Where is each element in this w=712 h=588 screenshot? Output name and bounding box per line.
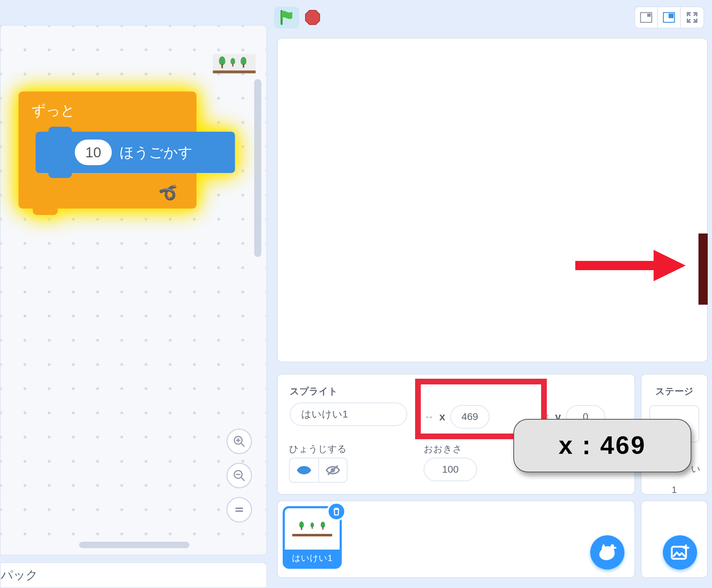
fullscreen-icon <box>686 12 698 23</box>
size-input[interactable]: 100 <box>424 458 477 481</box>
sprite-name-input[interactable]: はいけい1 <box>290 403 407 426</box>
x-arrows-icon: ↔ <box>424 411 434 423</box>
eye-closed-icon <box>326 465 340 476</box>
zoom-in-button[interactable] <box>226 429 252 454</box>
stage-section-label: ステージ <box>655 385 693 398</box>
size-section-label: おおきさ <box>424 443 462 455</box>
move-steps-label: ほうごかす <box>120 143 193 162</box>
stage-list-panel <box>641 500 708 578</box>
delete-sprite-button[interactable] <box>327 502 346 521</box>
add-sprite-button[interactable] <box>590 535 624 569</box>
backpack-header[interactable]: パック <box>0 562 267 588</box>
stage-canvas[interactable] <box>277 38 708 362</box>
svg-rect-2 <box>647 14 651 17</box>
equals-icon <box>234 504 245 515</box>
svg-rect-4 <box>669 14 674 18</box>
code-workspace[interactable]: ずっと 10 ほうごかす ➰ <box>0 25 267 555</box>
stop-button[interactable] <box>303 7 323 27</box>
move-steps-input[interactable]: 10 <box>75 140 112 165</box>
sprite-tile-selected[interactable]: はいけい1 <box>283 506 342 569</box>
hide-sprite-button[interactable] <box>318 458 347 482</box>
stage-size-toggle-group <box>634 6 704 28</box>
show-section-label: ひょうじする <box>289 443 347 455</box>
forever-label: ずっと <box>31 103 75 118</box>
forever-block[interactable]: ずっと 10 ほうごかす ➰ <box>19 91 197 209</box>
stage-header <box>274 4 708 31</box>
running-script-glow: ずっと 10 ほうごかす ➰ <box>19 91 197 209</box>
current-sprite-watermark <box>213 54 256 73</box>
x-position-group: ↔ x 469 <box>424 405 490 429</box>
svg-marker-15 <box>654 250 686 281</box>
svg-marker-0 <box>305 10 320 25</box>
visibility-toggle <box>289 458 347 483</box>
zoom-out-icon <box>233 469 246 482</box>
x-input[interactable]: 469 <box>450 405 490 429</box>
zoom-out-button[interactable] <box>226 463 252 488</box>
cat-plus-icon <box>597 542 617 562</box>
small-stage-icon <box>640 12 652 23</box>
move-steps-block[interactable]: 10 ほうごかす <box>36 132 235 173</box>
x-label: x <box>439 411 445 423</box>
sprite-list-panel: はいけい1 <box>277 500 635 578</box>
show-sprite-button[interactable] <box>290 458 318 482</box>
annotation-callout: x：469 <box>513 419 691 472</box>
large-stage-button[interactable] <box>658 7 681 28</box>
svg-line-6 <box>241 443 244 446</box>
stop-icon <box>305 10 320 25</box>
zoom-controls <box>226 429 252 523</box>
zoom-reset-button[interactable] <box>226 497 252 523</box>
eye-open-icon <box>297 465 311 476</box>
add-backdrop-button[interactable] <box>663 535 697 569</box>
fullscreen-button[interactable] <box>681 7 703 28</box>
green-flag-icon <box>279 10 294 25</box>
vertical-scrollbar[interactable] <box>254 79 261 257</box>
backpack-label: パック <box>1 567 38 583</box>
annotation-arrow-icon <box>575 248 686 283</box>
zoom-in-icon <box>233 435 246 448</box>
image-plus-icon <box>670 544 690 561</box>
small-stage-button[interactable] <box>635 7 658 28</box>
svg-point-16 <box>302 468 306 472</box>
horizontal-scrollbar[interactable] <box>79 542 189 548</box>
sprite-on-stage[interactable] <box>698 233 708 305</box>
large-stage-icon <box>663 12 675 23</box>
trash-icon <box>331 506 341 516</box>
green-flag-button[interactable] <box>274 6 299 28</box>
loop-arrow-icon: ➰ <box>157 181 182 205</box>
sprite-tile-label: はいけい1 <box>285 550 340 567</box>
sprite-section-label: スプライト <box>290 385 622 398</box>
backdrop-count: 1 <box>641 484 708 495</box>
svg-line-10 <box>241 477 244 481</box>
